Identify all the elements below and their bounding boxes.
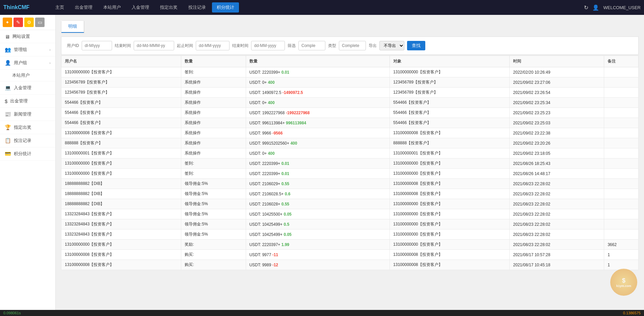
complete-filter-input[interactable] — [298, 41, 325, 50]
sidebar-icon-4: $ — [5, 98, 7, 104]
endtime2-label: 结束时间 — [232, 43, 248, 49]
cell-change: 0.05 — [284, 212, 291, 217]
layout-button[interactable]: ▭ — [35, 18, 45, 27]
cell-target: 13100000008【投资客户】 — [390, 250, 510, 260]
sidebar-label-7: 投注记录 — [14, 138, 31, 144]
export-label: 导出 — [369, 43, 377, 48]
table-row: 13100000000【投资客户】 签到: USDT: 2220399+ 0.0… — [61, 169, 639, 179]
endtime2-input[interactable] — [251, 41, 285, 50]
cell-change: 0.55 — [281, 202, 289, 206]
table-row: 13100000008【投资客户】 系统操作 USDT: 9966 -9566 … — [61, 128, 639, 138]
cell-action: 购买: — [181, 260, 246, 270]
nav-item-本站用户[interactable]: 本站用户 — [99, 2, 126, 13]
cell-time: 2021/08/17 10:45:18 — [510, 260, 604, 270]
cell-target: 123456789【投资客户】 — [390, 77, 510, 88]
cell-target: 13100000001【投资客户】 — [390, 148, 510, 159]
table-row: 13323284843【投资客户】 领导佣金:5% USDT: 10425500… — [61, 209, 639, 219]
settings-button[interactable]: ⚙ — [24, 18, 34, 27]
cell-action: 领导佣金:5% — [181, 229, 246, 240]
cell-amount: USDT: 2220399+ 0.01 — [246, 67, 390, 77]
sidebar-icon-0: 🖥 — [5, 34, 10, 40]
cell-amount: USDT: 99915202560+ 400 — [246, 138, 390, 148]
cell-remark — [604, 108, 639, 118]
arrow-icon-1: › — [49, 48, 51, 52]
table-row: 13100000008【投资客户】 购买: USDT: 9977 -11 131… — [61, 250, 639, 260]
sidebar-item-5[interactable]: 📰 新闻管理 — [0, 108, 55, 121]
cell-time: 2021/08/26 18:25:43 — [510, 159, 604, 169]
cell-remark — [604, 169, 639, 179]
sidebar-item-7[interactable]: 📋 投注记录 — [0, 134, 55, 147]
sidebar-item-8[interactable]: 💳 积分统计 — [0, 147, 55, 161]
cell-username: 13100000008【投资客户】 — [61, 250, 181, 260]
filter-label: 筛选 — [288, 43, 296, 49]
endtime-input[interactable] — [134, 41, 174, 50]
table-row: 123456789【投资客户】 系统操作 USDT: 0+ 400 123456… — [61, 77, 639, 88]
search-button[interactable]: 查找 — [407, 41, 425, 50]
cell-username: 13100000000【投资客户】 — [61, 240, 181, 250]
sidebar-icon-5: 📰 — [5, 111, 11, 117]
userid-input[interactable] — [82, 41, 112, 50]
cell-action: 签到: — [181, 67, 246, 77]
cell-amount: USDT: 2220399+ 0.01 — [246, 159, 390, 169]
sidebar-label-6: 指定出奖 — [14, 124, 31, 130]
sidebar-label-3: 入金管理 — [14, 85, 31, 91]
edit-button[interactable]: ✎ — [14, 18, 23, 27]
cell-time: 2021/09/02 23:26:54 — [510, 88, 604, 98]
cell-action: 奖励: — [181, 240, 246, 250]
cell-action: 系统操作 — [181, 77, 246, 88]
cell-remark — [604, 118, 639, 128]
cell-remark — [604, 98, 639, 108]
cell-remark — [604, 179, 639, 189]
cell-change: 400 — [268, 151, 275, 156]
endtime-label: 结束时间 — [115, 43, 131, 49]
cell-remark — [604, 128, 639, 138]
main-layout: ✦ ✎ ⚙ ▭ 🖥 网站设置 👥 管理组 ›👤 用户组 ›本站用户💻 入金管理 … — [0, 15, 644, 316]
userid-label: 用户ID — [67, 43, 79, 49]
nav-item-出金管理[interactable]: 出金管理 — [70, 2, 97, 13]
cell-change: 0.5 — [284, 222, 289, 227]
table-row: 13323284843【投资客户】 领导佣金:5% USDT: 10425499… — [61, 219, 639, 229]
cell-time: 2021/08/23 22:28:02 — [510, 209, 604, 219]
table-row: 13100000000【投资客户】 签到: USDT: 2220399+ 0.0… — [61, 159, 639, 169]
sidebar-item-0[interactable]: 🖥 网站设置 — [0, 30, 55, 43]
nav-item-积分统计[interactable]: 积分统计 — [212, 2, 239, 13]
cell-target: 13100000000【投资客户】 — [390, 240, 510, 250]
table-row: 123456789【投资客户】 系统操作 USDT: 1490972.5 -14… — [61, 88, 639, 98]
sidebar-item-6[interactable]: 🏆 指定出奖 — [0, 121, 55, 134]
col-time: 时间 — [510, 56, 604, 67]
export-select[interactable]: 不导出 导出 — [379, 41, 404, 50]
col-action: 数量 — [181, 56, 246, 67]
starttime-input[interactable] — [196, 41, 230, 50]
cell-amount: USDT: 2220397+ 1.99 — [246, 240, 390, 250]
cell-remark: 1 — [604, 250, 639, 260]
refresh-icon[interactable]: ↻ — [584, 4, 588, 11]
cell-change: 0.05 — [284, 232, 291, 237]
cell-username: 18888888882【DIB】 — [61, 199, 181, 209]
nav-item-指定出奖[interactable]: 指定出奖 — [155, 2, 182, 13]
cell-change: -11 — [272, 252, 278, 257]
main-content: 明细 用户ID 结束时间 起止时间 结束时间 筛选 类型 导出 不导出 导出 查 — [56, 15, 644, 316]
sidebar-item-4[interactable]: $ 出金管理 — [0, 95, 55, 108]
nav-item-主页[interactable]: 主页 — [51, 2, 69, 13]
type-input[interactable] — [339, 41, 366, 50]
sidebar-item-2[interactable]: 👤 用户组 › — [0, 56, 55, 70]
nav-item-入金管理[interactable]: 入金管理 — [127, 2, 154, 13]
add-button[interactable]: ✦ — [3, 18, 12, 27]
nav-item-投注记录[interactable]: 投注记录 — [184, 2, 211, 13]
sidebar-item-3[interactable]: 💻 入金管理 — [0, 81, 55, 95]
type-label: 类型 — [328, 43, 336, 49]
tab-detail[interactable]: 明细 — [61, 21, 84, 33]
cell-time: 2021/09/02 23:20:26 — [510, 138, 604, 148]
watermark: $ k1ym.com — [610, 269, 637, 296]
top-nav: ThinkCMF 主页出金管理本站用户入金管理指定出奖投注记录积分统计 ↻ 👤 … — [0, 0, 644, 15]
col-username: 用户名 — [61, 56, 181, 67]
sidebar-sub-item-2-0[interactable]: 本站用户 — [0, 70, 55, 81]
cell-target: 13100000000【投资客户】 — [390, 219, 510, 229]
sidebar-item-1[interactable]: 👥 管理组 › — [0, 43, 55, 56]
sidebar-label-4: 出金管理 — [10, 98, 28, 104]
cell-time: 2021/08/23 22:28:02 — [510, 240, 604, 250]
sidebar-icon-6: 🏆 — [5, 124, 11, 130]
table-row: 13100000000【投资客户】 奖励: USDT: 2220397+ 1.9… — [61, 240, 639, 250]
cell-remark: 3662 — [604, 240, 639, 250]
cell-amount: USDT: 2106028.5+ 0.6 — [246, 189, 390, 199]
